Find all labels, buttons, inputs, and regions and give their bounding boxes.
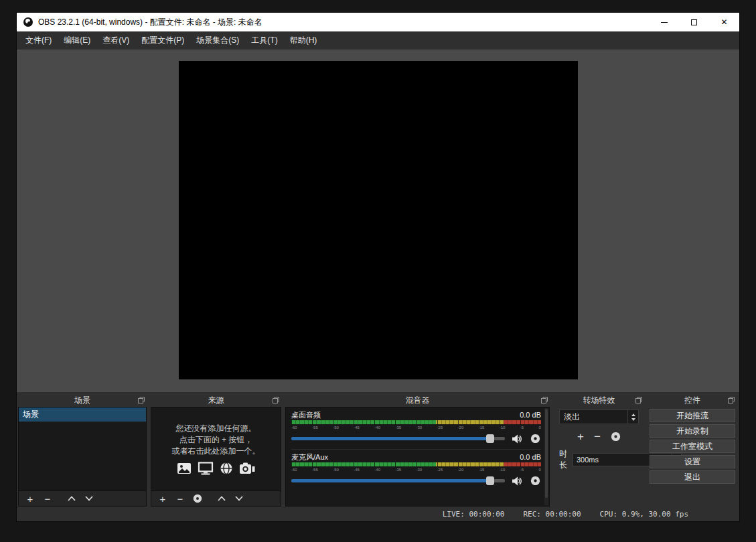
- add-scene-button[interactable]: +: [21, 491, 39, 506]
- preview-canvas[interactable]: [179, 61, 578, 379]
- dock-float-icon: [138, 397, 145, 403]
- mixer-dock-header[interactable]: 混音器: [285, 393, 550, 407]
- source-type-icons: [177, 462, 255, 475]
- start-recording-button[interactable]: 开始录制: [650, 424, 735, 438]
- mixer-channel-desktop-audio: 桌面音频 0.0 dB -60-55-50-45-40-35-30-25-20-…: [291, 410, 541, 447]
- add-source-button[interactable]: +: [154, 491, 171, 506]
- scene-list-item[interactable]: 场景: [19, 408, 146, 422]
- mute-button[interactable]: [511, 433, 523, 445]
- studio-mode-button[interactable]: 工作室模式: [650, 440, 735, 453]
- exit-button[interactable]: 退出: [650, 470, 735, 484]
- dock-float-icon: [273, 397, 279, 403]
- minus-icon: −: [177, 493, 183, 505]
- chevron-down-icon: [235, 496, 243, 501]
- settings-button[interactable]: 设置: [650, 455, 735, 468]
- scenes-dock-title: 场景: [74, 395, 90, 406]
- channel-level: 0.0 dB: [520, 411, 541, 419]
- duration-row: 时长: [559, 448, 639, 471]
- minus-icon: −: [45, 493, 51, 505]
- transition-buttons: + −: [559, 429, 639, 444]
- status-bar: LIVE: 00:00:00 REC: 00:00:00 CPU: 0.9%, …: [17, 507, 739, 521]
- volume-slider[interactable]: [291, 479, 505, 482]
- gear-icon: [611, 432, 621, 442]
- channel-settings-button[interactable]: [529, 433, 541, 445]
- gear-icon: [193, 494, 202, 503]
- menu-item-profile[interactable]: 配置文件(P): [135, 31, 190, 50]
- gear-icon: [530, 434, 540, 444]
- remove-source-button[interactable]: −: [171, 491, 189, 506]
- move-scene-up-button[interactable]: [63, 491, 80, 506]
- volume-slider[interactable]: [291, 437, 505, 440]
- add-transition-button[interactable]: +: [577, 431, 584, 442]
- minimize-button[interactable]: [649, 13, 679, 31]
- scenes-toolbar: + −: [19, 490, 146, 506]
- close-icon: ✕: [721, 18, 727, 26]
- channel-settings-button[interactable]: [529, 475, 541, 487]
- plus-icon: +: [160, 493, 166, 505]
- meter-scale: -60-55-50-45-40-35-30-25-20-15-10-50: [291, 425, 541, 430]
- duration-label: 时长: [559, 448, 567, 471]
- live-time: LIVE: 00:00:00: [443, 510, 505, 519]
- scenes-dock: 场景 场景 + −: [18, 393, 147, 507]
- volume-slider-handle[interactable]: [486, 476, 494, 485]
- transition-properties-button[interactable]: [611, 432, 621, 442]
- obs-window: OBS 23.2.1 (64-bit, windows) - 配置文件: 未命名…: [16, 12, 740, 522]
- dock-float-icon: [728, 397, 735, 403]
- menu-item-file[interactable]: 文件(F): [19, 31, 58, 50]
- scene-list: 场景: [19, 408, 146, 490]
- menu-item-edit[interactable]: 编辑(E): [58, 31, 96, 50]
- chevron-up-icon: [68, 496, 76, 501]
- combo-arrows[interactable]: [627, 410, 638, 424]
- mixer-panel: 桌面音频 0.0 dB -60-55-50-45-40-35-30-25-20-…: [285, 407, 550, 507]
- image-source-icon: [177, 462, 192, 474]
- sources-empty-line: 或者右击此处添加一个。: [172, 446, 260, 457]
- scenes-dock-header[interactable]: 场景: [18, 393, 147, 407]
- remove-transition-button[interactable]: −: [594, 431, 601, 442]
- menu-item-view[interactable]: 查看(V): [96, 31, 135, 50]
- controls-body: 开始推流 开始录制 工作室模式 设置 退出: [648, 407, 737, 507]
- volume-meter: [291, 462, 541, 466]
- controls-dock-header[interactable]: 控件: [648, 393, 737, 407]
- move-source-down-button[interactable]: [230, 491, 248, 506]
- title-bar[interactable]: OBS 23.2.1 (64-bit, windows) - 配置文件: 未命名…: [17, 13, 739, 31]
- sources-empty-line: 您还没有添加任何源。: [176, 423, 256, 434]
- transitions-dock-header[interactable]: 转场特效: [554, 393, 644, 407]
- move-scene-down-button[interactable]: [80, 491, 98, 506]
- source-properties-button[interactable]: [189, 491, 206, 506]
- menu-item-scene-collection[interactable]: 场景集合(S): [190, 31, 245, 50]
- display-source-icon: [198, 462, 214, 475]
- browser-source-icon: [220, 462, 233, 475]
- mixer-scrollbar[interactable]: [544, 408, 548, 505]
- speaker-icon: [512, 476, 522, 486]
- move-source-up-button[interactable]: [213, 491, 230, 506]
- menu-item-tools[interactable]: 工具(T): [245, 31, 283, 50]
- minimize-icon: [661, 22, 668, 23]
- rec-time: REC: 00:00:00: [523, 510, 581, 519]
- start-streaming-button[interactable]: 开始推流: [650, 409, 735, 422]
- controls-dock-title: 控件: [684, 395, 700, 406]
- channel-name: 桌面音频: [291, 410, 321, 420]
- mixer-dock-title: 混音器: [406, 395, 430, 406]
- close-button[interactable]: ✕: [709, 13, 739, 31]
- volume-meter: [291, 420, 541, 424]
- channel-level: 0.0 dB: [520, 453, 541, 461]
- window-controls: ✕: [649, 13, 739, 31]
- remove-scene-button[interactable]: −: [39, 491, 56, 506]
- channel-name: 麦克风/Aux: [291, 452, 328, 462]
- sources-panel: 您还没有添加任何源。 点击下面的 + 按钮， 或者右击此处添加一个。 + −: [151, 407, 281, 507]
- mixer-dock: 混音器 桌面音频 0.0 dB -60-55-50-45-40-35-30-25…: [285, 393, 550, 507]
- controls-dock: 控件 开始推流 开始录制 工作室模式 设置 退出: [648, 393, 737, 507]
- transitions-body: 淡出 + − 时长: [554, 407, 644, 507]
- mute-button[interactable]: [511, 475, 523, 487]
- menu-bar: 文件(F) 编辑(E) 查看(V) 配置文件(P) 场景集合(S) 工具(T) …: [17, 31, 739, 50]
- transition-select[interactable]: 淡出: [559, 410, 639, 424]
- volume-slider-handle[interactable]: [486, 434, 494, 443]
- transitions-dock: 转场特效 淡出 + −: [554, 393, 644, 507]
- mixer-channel-mic-aux: 麦克风/Aux 0.0 dB -60-55-50-45-40-35-30-25-…: [291, 449, 541, 489]
- meter-scale: -60-55-50-45-40-35-30-25-20-15-10-50: [291, 467, 541, 472]
- sources-dock-header[interactable]: 来源: [151, 393, 281, 407]
- maximize-button[interactable]: [679, 13, 709, 31]
- menu-item-help[interactable]: 帮助(H): [284, 31, 323, 50]
- mixer-scrollbar-thumb[interactable]: [545, 409, 548, 498]
- sources-empty-line: 点击下面的 + 按钮，: [179, 434, 253, 446]
